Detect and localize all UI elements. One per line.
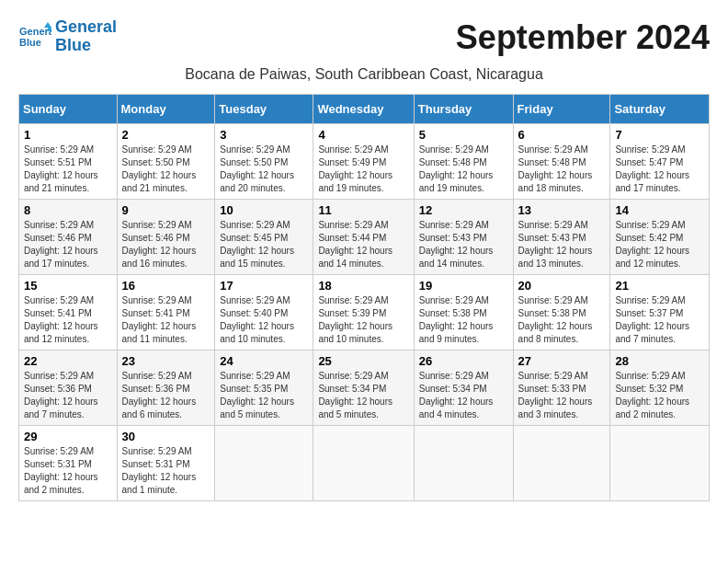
calendar-cell: 8Sunrise: 5:29 AMSunset: 5:46 PMDaylight… bbox=[19, 199, 118, 274]
logo-line1: General bbox=[55, 17, 117, 36]
calendar-cell: 25Sunrise: 5:29 AMSunset: 5:34 PMDayligh… bbox=[313, 350, 414, 425]
logo: General Blue General Blue bbox=[18, 18, 117, 55]
calendar-cell: 27Sunrise: 5:29 AMSunset: 5:33 PMDayligh… bbox=[513, 350, 610, 425]
day-info: Sunrise: 5:29 AMSunset: 5:43 PMDaylight:… bbox=[419, 219, 508, 270]
calendar-cell: 29Sunrise: 5:29 AMSunset: 5:31 PMDayligh… bbox=[19, 425, 118, 500]
svg-text:Blue: Blue bbox=[19, 37, 41, 48]
day-number: 21 bbox=[615, 279, 704, 293]
day-info: Sunrise: 5:29 AMSunset: 5:36 PMDaylight:… bbox=[122, 370, 210, 421]
day-info: Sunrise: 5:29 AMSunset: 5:51 PMDaylight:… bbox=[24, 144, 112, 195]
calendar-cell: 14Sunrise: 5:29 AMSunset: 5:42 PMDayligh… bbox=[610, 199, 710, 274]
calendar-cell: 3Sunrise: 5:29 AMSunset: 5:50 PMDaylight… bbox=[215, 123, 313, 199]
weekday-header-saturday: Saturday bbox=[610, 94, 710, 123]
calendar-cell: 20Sunrise: 5:29 AMSunset: 5:38 PMDayligh… bbox=[513, 274, 610, 350]
calendar-cell bbox=[513, 425, 610, 500]
day-info: Sunrise: 5:29 AMSunset: 5:38 PMDaylight:… bbox=[419, 294, 508, 346]
calendar-cell bbox=[610, 425, 710, 500]
weekday-header-wednesday: Wednesday bbox=[313, 94, 414, 123]
day-info: Sunrise: 5:29 AMSunset: 5:32 PMDaylight:… bbox=[615, 370, 704, 421]
day-number: 28 bbox=[615, 354, 704, 368]
logo-line2: Blue bbox=[55, 36, 91, 54]
day-info: Sunrise: 5:29 AMSunset: 5:40 PMDaylight:… bbox=[220, 294, 308, 346]
calendar-table: SundayMondayTuesdayWednesdayThursdayFrid… bbox=[18, 94, 710, 501]
day-info: Sunrise: 5:29 AMSunset: 5:42 PMDaylight:… bbox=[615, 219, 704, 270]
day-info: Sunrise: 5:29 AMSunset: 5:34 PMDaylight:… bbox=[318, 370, 408, 421]
day-number: 17 bbox=[220, 279, 308, 293]
day-info: Sunrise: 5:29 AMSunset: 5:50 PMDaylight:… bbox=[122, 144, 210, 195]
day-info: Sunrise: 5:29 AMSunset: 5:37 PMDaylight:… bbox=[615, 294, 704, 346]
calendar-cell: 24Sunrise: 5:29 AMSunset: 5:35 PMDayligh… bbox=[215, 350, 313, 425]
calendar-cell: 21Sunrise: 5:29 AMSunset: 5:37 PMDayligh… bbox=[610, 274, 710, 350]
calendar-cell: 13Sunrise: 5:29 AMSunset: 5:43 PMDayligh… bbox=[513, 199, 610, 274]
month-year-title: September 2024 bbox=[456, 18, 710, 57]
day-number: 27 bbox=[518, 354, 606, 368]
day-info: Sunrise: 5:29 AMSunset: 5:47 PMDaylight:… bbox=[615, 144, 704, 195]
day-number: 30 bbox=[122, 430, 210, 443]
day-info: Sunrise: 5:29 AMSunset: 5:38 PMDaylight:… bbox=[518, 294, 606, 346]
day-number: 10 bbox=[220, 203, 308, 217]
day-info: Sunrise: 5:29 AMSunset: 5:39 PMDaylight:… bbox=[318, 294, 408, 346]
day-number: 12 bbox=[419, 203, 508, 217]
day-number: 3 bbox=[220, 128, 308, 142]
day-number: 15 bbox=[24, 279, 112, 293]
calendar-cell: 2Sunrise: 5:29 AMSunset: 5:50 PMDaylight… bbox=[117, 123, 215, 199]
calendar-cell: 1Sunrise: 5:29 AMSunset: 5:51 PMDaylight… bbox=[19, 123, 118, 199]
calendar-cell bbox=[414, 425, 513, 500]
day-info: Sunrise: 5:29 AMSunset: 5:46 PMDaylight:… bbox=[24, 219, 112, 270]
weekday-header-monday: Monday bbox=[117, 94, 215, 123]
day-info: Sunrise: 5:29 AMSunset: 5:48 PMDaylight:… bbox=[518, 144, 606, 195]
calendar-cell bbox=[313, 425, 414, 500]
day-number: 25 bbox=[318, 354, 408, 368]
calendar-cell: 22Sunrise: 5:29 AMSunset: 5:36 PMDayligh… bbox=[19, 350, 118, 425]
day-number: 26 bbox=[419, 354, 508, 368]
day-info: Sunrise: 5:29 AMSunset: 5:36 PMDaylight:… bbox=[24, 370, 112, 421]
calendar-cell: 4Sunrise: 5:29 AMSunset: 5:49 PMDaylight… bbox=[313, 123, 414, 199]
calendar-cell: 6Sunrise: 5:29 AMSunset: 5:48 PMDaylight… bbox=[513, 123, 610, 199]
location-label: Bocana de Paiwas, South Caribbean Coast,… bbox=[18, 66, 710, 83]
calendar-cell: 9Sunrise: 5:29 AMSunset: 5:46 PMDaylight… bbox=[117, 199, 215, 274]
day-number: 20 bbox=[518, 279, 606, 293]
calendar-cell: 16Sunrise: 5:29 AMSunset: 5:41 PMDayligh… bbox=[117, 274, 215, 350]
day-info: Sunrise: 5:29 AMSunset: 5:31 PMDaylight:… bbox=[24, 445, 112, 497]
day-info: Sunrise: 5:29 AMSunset: 5:41 PMDaylight:… bbox=[122, 294, 210, 346]
day-info: Sunrise: 5:29 AMSunset: 5:46 PMDaylight:… bbox=[122, 219, 210, 270]
day-number: 24 bbox=[220, 354, 308, 368]
calendar-cell: 5Sunrise: 5:29 AMSunset: 5:48 PMDaylight… bbox=[414, 123, 513, 199]
weekday-header-sunday: Sunday bbox=[19, 94, 118, 123]
day-number: 19 bbox=[419, 279, 508, 293]
calendar-cell: 23Sunrise: 5:29 AMSunset: 5:36 PMDayligh… bbox=[117, 350, 215, 425]
day-number: 2 bbox=[122, 128, 210, 142]
day-number: 16 bbox=[122, 279, 210, 293]
weekday-header-thursday: Thursday bbox=[414, 94, 513, 123]
calendar-cell: 12Sunrise: 5:29 AMSunset: 5:43 PMDayligh… bbox=[414, 199, 513, 274]
day-info: Sunrise: 5:29 AMSunset: 5:34 PMDaylight:… bbox=[419, 370, 508, 421]
day-number: 23 bbox=[122, 354, 210, 368]
day-number: 7 bbox=[615, 128, 704, 142]
day-info: Sunrise: 5:29 AMSunset: 5:43 PMDaylight:… bbox=[518, 219, 606, 270]
day-info: Sunrise: 5:29 AMSunset: 5:41 PMDaylight:… bbox=[24, 294, 112, 346]
calendar-cell: 30Sunrise: 5:29 AMSunset: 5:31 PMDayligh… bbox=[117, 425, 215, 500]
day-info: Sunrise: 5:29 AMSunset: 5:50 PMDaylight:… bbox=[220, 144, 308, 195]
day-info: Sunrise: 5:29 AMSunset: 5:45 PMDaylight:… bbox=[220, 219, 308, 270]
weekday-header-friday: Friday bbox=[513, 94, 610, 123]
calendar-cell: 19Sunrise: 5:29 AMSunset: 5:38 PMDayligh… bbox=[414, 274, 513, 350]
day-number: 18 bbox=[318, 279, 408, 293]
day-info: Sunrise: 5:29 AMSunset: 5:49 PMDaylight:… bbox=[318, 144, 408, 195]
day-info: Sunrise: 5:29 AMSunset: 5:33 PMDaylight:… bbox=[518, 370, 606, 421]
day-number: 22 bbox=[24, 354, 112, 368]
day-info: Sunrise: 5:29 AMSunset: 5:48 PMDaylight:… bbox=[419, 144, 508, 195]
calendar-cell: 11Sunrise: 5:29 AMSunset: 5:44 PMDayligh… bbox=[313, 199, 414, 274]
day-number: 1 bbox=[24, 128, 112, 142]
day-info: Sunrise: 5:29 AMSunset: 5:35 PMDaylight:… bbox=[220, 370, 308, 421]
day-number: 9 bbox=[122, 203, 210, 217]
calendar-cell: 17Sunrise: 5:29 AMSunset: 5:40 PMDayligh… bbox=[215, 274, 313, 350]
calendar-cell: 7Sunrise: 5:29 AMSunset: 5:47 PMDaylight… bbox=[610, 123, 710, 199]
day-number: 8 bbox=[24, 203, 112, 217]
day-info: Sunrise: 5:29 AMSunset: 5:44 PMDaylight:… bbox=[318, 219, 408, 270]
day-number: 13 bbox=[518, 203, 606, 217]
day-number: 11 bbox=[318, 203, 408, 217]
day-number: 14 bbox=[615, 203, 704, 217]
day-number: 29 bbox=[24, 430, 112, 443]
weekday-header-tuesday: Tuesday bbox=[215, 94, 313, 123]
calendar-cell: 26Sunrise: 5:29 AMSunset: 5:34 PMDayligh… bbox=[414, 350, 513, 425]
